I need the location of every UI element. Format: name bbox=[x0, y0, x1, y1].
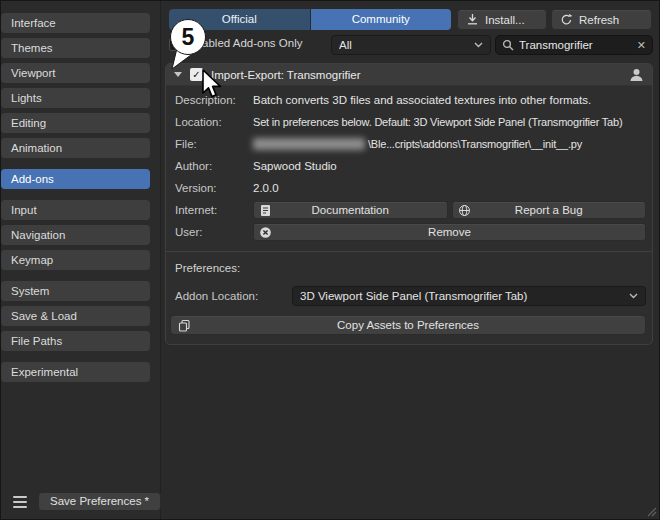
hamburger-icon bbox=[13, 506, 27, 508]
sidebar-footer: Save Preferences * bbox=[11, 492, 161, 511]
copy-assets-label: Copy Assets to Preferences bbox=[337, 319, 479, 331]
step-number: 5 bbox=[182, 24, 195, 50]
sidebar-item-file-paths[interactable]: File Paths bbox=[1, 331, 150, 351]
addon-location-dropdown[interactable]: 3D Viewport Side Panel (Transmogrifier T… bbox=[292, 286, 646, 306]
sidebar-group-general: Interface Themes Viewport Lights Editing… bbox=[1, 13, 160, 158]
addons-content: Official Community Install... Refresh En… bbox=[161, 1, 659, 519]
sidebar-item-navigation[interactable]: Navigation bbox=[1, 225, 150, 245]
user-row: User: Remove bbox=[175, 221, 646, 243]
category-dropdown[interactable]: All bbox=[331, 35, 491, 55]
sidebar-item-lights[interactable]: Lights bbox=[1, 88, 150, 108]
addon-source-tabs: Official Community bbox=[169, 9, 451, 30]
search-input[interactable]: Transmogrifier bbox=[495, 35, 653, 55]
addon-panel-header[interactable]: Import-Export: Transmogrifier bbox=[166, 64, 652, 86]
remove-addon-button[interactable]: Remove bbox=[253, 223, 646, 241]
sidebar-group-addons: Add-ons bbox=[1, 169, 160, 189]
preferences-section-label: Preferences: bbox=[166, 252, 652, 274]
expand-arrow-icon[interactable] bbox=[174, 72, 182, 77]
sidebar-item-input[interactable]: Input bbox=[1, 200, 150, 220]
sidebar-item-keymap[interactable]: Keymap bbox=[1, 250, 150, 270]
sidebar-item-interface[interactable]: Interface bbox=[1, 13, 150, 33]
addon-panel: Import-Export: Transmogrifier Descriptio… bbox=[165, 63, 653, 345]
file-row: File: \Ble...cripts\addons\Transmogrifie… bbox=[175, 133, 646, 155]
author-label: Author: bbox=[175, 160, 253, 172]
globe-icon bbox=[458, 204, 471, 217]
internet-row: Internet: Documentation bbox=[175, 199, 646, 221]
download-icon bbox=[466, 13, 479, 26]
tab-community[interactable]: Community bbox=[311, 9, 452, 30]
internet-label: Internet: bbox=[175, 204, 253, 216]
location-value: Set in preferences below. Default: 3D Vi… bbox=[253, 116, 646, 128]
version-row: Version: 2.0.0 bbox=[175, 177, 646, 199]
addon-panel-body: Description: Batch converts 3D files and… bbox=[166, 86, 652, 243]
blender-preferences-window: Interface Themes Viewport Lights Editing… bbox=[0, 0, 660, 520]
sidebar-item-addons[interactable]: Add-ons bbox=[1, 169, 150, 189]
refresh-label: Refresh bbox=[579, 14, 619, 26]
refresh-icon bbox=[560, 13, 573, 26]
version-value: 2.0.0 bbox=[253, 182, 646, 194]
install-addon-button[interactable]: Install... bbox=[457, 9, 547, 30]
addon-title: Import-Export: Transmogrifier bbox=[211, 69, 361, 81]
description-value: Batch converts 3D files and associated t… bbox=[253, 94, 646, 106]
documentation-button[interactable]: Documentation bbox=[253, 201, 448, 219]
file-path-value: \Ble...cripts\addons\Transmogrifier\__in… bbox=[368, 138, 582, 150]
user-label: User: bbox=[175, 226, 253, 238]
copy-assets-button[interactable]: Copy Assets to Preferences bbox=[170, 315, 646, 335]
sidebar: Interface Themes Viewport Lights Editing… bbox=[1, 1, 161, 519]
documentation-label: Documentation bbox=[312, 204, 389, 216]
hamburger-icon bbox=[13, 496, 27, 498]
step-marker: 5 bbox=[164, 17, 210, 71]
description-row: Description: Batch converts 3D files and… bbox=[175, 89, 646, 111]
file-label: File: bbox=[175, 138, 253, 150]
circled-x-icon bbox=[259, 226, 272, 239]
chevron-down-icon bbox=[629, 293, 638, 299]
cursor-icon bbox=[201, 69, 225, 101]
community-addon-icon bbox=[629, 68, 644, 82]
sidebar-group-input: Input Navigation Keymap bbox=[1, 200, 160, 270]
location-row: Location: Set in preferences below. Defa… bbox=[175, 111, 646, 133]
search-value: Transmogrifier bbox=[519, 39, 632, 51]
category-value: All bbox=[339, 39, 474, 51]
sidebar-item-experimental[interactable]: Experimental bbox=[1, 362, 150, 382]
chevron-down-icon bbox=[474, 42, 483, 48]
location-label: Location: bbox=[175, 116, 253, 128]
addon-location-label: Addon Location: bbox=[175, 290, 292, 302]
document-icon bbox=[259, 204, 272, 217]
sidebar-group-experimental: Experimental bbox=[1, 362, 160, 382]
remove-label: Remove bbox=[428, 226, 471, 238]
sidebar-item-viewport[interactable]: Viewport bbox=[1, 63, 150, 83]
redacted-path-blur bbox=[253, 138, 365, 150]
search-icon bbox=[502, 39, 514, 51]
addon-location-value: 3D Viewport Side Panel (Transmogrifier T… bbox=[300, 290, 629, 302]
copy-icon bbox=[178, 319, 191, 332]
sidebar-item-editing[interactable]: Editing bbox=[1, 113, 150, 133]
report-bug-label: Report a Bug bbox=[515, 204, 583, 216]
sidebar-item-themes[interactable]: Themes bbox=[1, 38, 150, 58]
save-preferences-button[interactable]: Save Preferences * bbox=[38, 492, 161, 511]
install-label: Install... bbox=[485, 14, 525, 26]
sidebar-nav: Interface Themes Viewport Lights Editing… bbox=[1, 1, 160, 382]
addon-location-row: Addon Location: 3D Viewport Side Panel (… bbox=[175, 286, 646, 306]
resize-grip[interactable] bbox=[646, 506, 657, 517]
version-label: Version: bbox=[175, 182, 253, 194]
clear-search-icon[interactable] bbox=[637, 40, 646, 51]
sidebar-item-save-load[interactable]: Save & Load bbox=[1, 306, 150, 326]
sidebar-group-system: System Save & Load File Paths bbox=[1, 281, 160, 351]
sidebar-item-system[interactable]: System bbox=[1, 281, 150, 301]
refresh-addons-button[interactable]: Refresh bbox=[551, 9, 652, 30]
author-row: Author: Sapwood Studio bbox=[175, 155, 646, 177]
sidebar-item-animation[interactable]: Animation bbox=[1, 138, 150, 158]
report-bug-button[interactable]: Report a Bug bbox=[452, 201, 647, 219]
preferences-menu-button[interactable] bbox=[11, 493, 29, 511]
author-value: Sapwood Studio bbox=[253, 160, 646, 172]
hamburger-icon bbox=[13, 501, 27, 503]
